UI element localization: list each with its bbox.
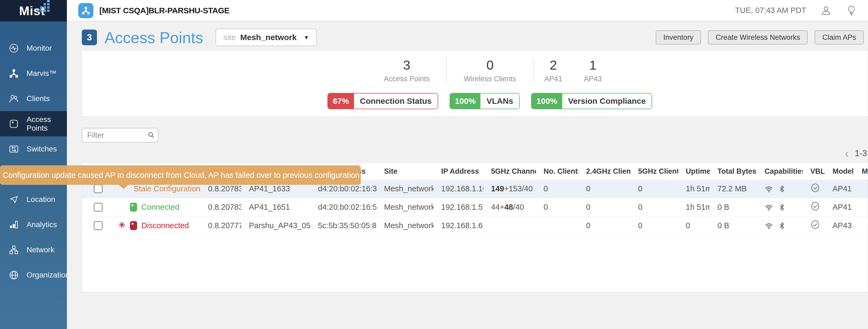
cell-no-clients: [536, 216, 579, 235]
sidebar-item-label: Clients: [27, 94, 50, 103]
org-name[interactable]: [MIST CSQA]BLR-PARSHU-STAGE: [99, 6, 229, 15]
cell-site: Mesh_network: [376, 180, 434, 198]
sidebar-item-marvis[interactable]: Marvis™: [0, 61, 67, 86]
column-header-5ghz-clients[interactable]: 5GHz Clients: [630, 163, 678, 180]
pagination-range: 1-3: [855, 149, 867, 158]
badge-vlans[interactable]: 100%VLANs: [450, 93, 520, 109]
cell-no-clients: 0: [536, 180, 579, 198]
row-checkbox[interactable]: [94, 203, 103, 212]
bluetooth-icon: [778, 184, 786, 193]
compliance-badges: 67%Connection Status100%VLANs100%Version…: [328, 93, 652, 109]
badge-percent: 100%: [532, 93, 562, 109]
badge-version-compliance[interactable]: 100%Version Compliance: [531, 93, 652, 109]
ap-count-badge: 3: [82, 30, 97, 45]
cell-total-bytes: 0 B: [710, 198, 757, 216]
access-points-icon: [9, 119, 19, 129]
ap-status-icon: [129, 202, 137, 212]
cell-24ghz-clients: 0: [579, 180, 630, 198]
org-hub-icon: [81, 6, 90, 15]
sidebar-item-access-points[interactable]: Access Points: [0, 111, 67, 136]
wifi-icon: [765, 184, 773, 193]
site-selector[interactable]: site Mesh_network ▼: [216, 29, 317, 46]
network-icon: [9, 245, 19, 255]
cell-status: Connected: [116, 198, 200, 216]
sidebar-item-network[interactable]: Network: [0, 237, 67, 262]
page-title: Access Points: [104, 28, 203, 47]
cell-ip: 192.168.1.10: [434, 180, 484, 198]
sidebar-item-monitor[interactable]: Monitor: [0, 35, 67, 61]
sidebar-item-organization[interactable]: Organization: [0, 262, 67, 288]
vble-check-icon: [810, 220, 820, 230]
status-text: Disconnected: [142, 221, 189, 230]
cell-5ghz-channel: [484, 216, 536, 235]
column-header-2.4ghz-clients[interactable]: 2.4GHz Clients: [579, 163, 630, 180]
filter-field: [82, 128, 158, 143]
lightbulb-icon[interactable]: [846, 5, 857, 16]
cell-select: [82, 198, 116, 216]
cell-no-clients: 0: [536, 198, 579, 216]
stat-label: AP43: [584, 75, 602, 83]
row-checkbox[interactable]: [94, 184, 103, 193]
column-header-site[interactable]: Site: [376, 163, 434, 180]
cell-select: [82, 216, 116, 235]
claim-aps-button[interactable]: Claim APs: [815, 30, 864, 44]
organization-icon: [9, 270, 19, 280]
sidebar-item-clients[interactable]: Clients: [0, 86, 67, 111]
column-header-uptime[interactable]: Uptime: [678, 163, 710, 180]
column-header-total-bytes[interactable]: Total Bytes: [710, 163, 757, 180]
column-header-capabilities[interactable]: Capabilities: [757, 163, 803, 180]
cell-5ghz-clients: 0: [630, 216, 678, 235]
clients-icon: [9, 93, 19, 104]
chevron-left-icon[interactable]: ‹: [845, 148, 849, 159]
column-header-ip-address[interactable]: IP Address: [434, 163, 484, 180]
monitor-icon: [9, 43, 19, 53]
cell-uptime: 0: [678, 216, 710, 235]
column-header-mesh[interactable]: Mesh: [854, 163, 868, 180]
sidebar-item-analytics[interactable]: Analytics: [0, 212, 67, 237]
table-row[interactable]: Connected0.8.20783AP41_1651d4:20:b0:02:1…: [82, 198, 868, 216]
sidebar-item-label: Marvis™: [27, 69, 56, 78]
cell-capabilities: [757, 198, 803, 216]
analytics-icon: [9, 219, 19, 230]
cell-site: Mesh_network: [376, 216, 434, 235]
cell-model: AP41: [825, 180, 854, 198]
inventory-button[interactable]: Inventory: [656, 30, 701, 44]
badge-label: Version Compliance: [562, 93, 652, 109]
topbar: [MIST CSQA]BLR-PARSHU-STAGE TUE, 07:43 A…: [67, 0, 868, 22]
sidebar-item-switches[interactable]: Switches: [0, 136, 67, 161]
cell-vble: [803, 198, 825, 216]
badge-connection-status[interactable]: 67%Connection Status: [328, 93, 438, 109]
sidebar-item-location[interactable]: Location: [0, 187, 67, 212]
column-header-model[interactable]: Model: [825, 163, 854, 180]
pagination: ‹ 1-3: [845, 148, 867, 159]
ap-status-icon: [129, 220, 137, 231]
column-header-5ghz-channel[interactable]: 5GHz Channel: [484, 163, 536, 180]
bluetooth-icon: [778, 221, 786, 230]
stat-label: Wireless Clients: [464, 75, 516, 83]
cell-5ghz-channel: 149+153/40: [484, 180, 536, 198]
stat-value: 3: [384, 58, 430, 72]
sidebar-item-label: Access Points: [27, 115, 67, 132]
row-checkbox[interactable]: [94, 221, 103, 230]
stat-ap41: 2AP41: [533, 58, 573, 83]
org-badge[interactable]: [78, 3, 93, 18]
cell-mac: 5c:5b:35:50:05:8c: [310, 216, 376, 235]
cell-mac: d4:20:b0:02:16:51: [310, 198, 376, 216]
stat-ap43: 1AP43: [573, 58, 613, 83]
column-header-no.-clients[interactable]: No. Clients: [536, 163, 579, 180]
user-icon[interactable]: [820, 5, 832, 16]
column-header-vble[interactable]: VBLE: [803, 163, 825, 180]
sidebar-menu: MonitorMarvis™ClientsAccess PointsSwitch…: [0, 22, 67, 288]
cell-name: Parshu_AP43_058c: [241, 216, 310, 235]
cell-total-bytes: 0 B: [710, 216, 757, 235]
chevron-down-icon: ▼: [304, 34, 309, 41]
create-wireless-networks-button[interactable]: Create Wireless Networks: [708, 30, 808, 44]
site-selector-label: site: [223, 33, 236, 42]
cell-24ghz-clients: 0: [579, 198, 630, 216]
badge-label: VLANs: [480, 93, 519, 109]
cell-24ghz-clients: 0: [579, 216, 630, 235]
badge-label: Connection Status: [354, 93, 438, 109]
alert-blink-icon: [118, 220, 126, 229]
mist-logo-dots-icon: [36, 0, 53, 13]
table-row[interactable]: Disconnected0.8.20777Parshu_AP43_058c5c:…: [82, 216, 868, 235]
